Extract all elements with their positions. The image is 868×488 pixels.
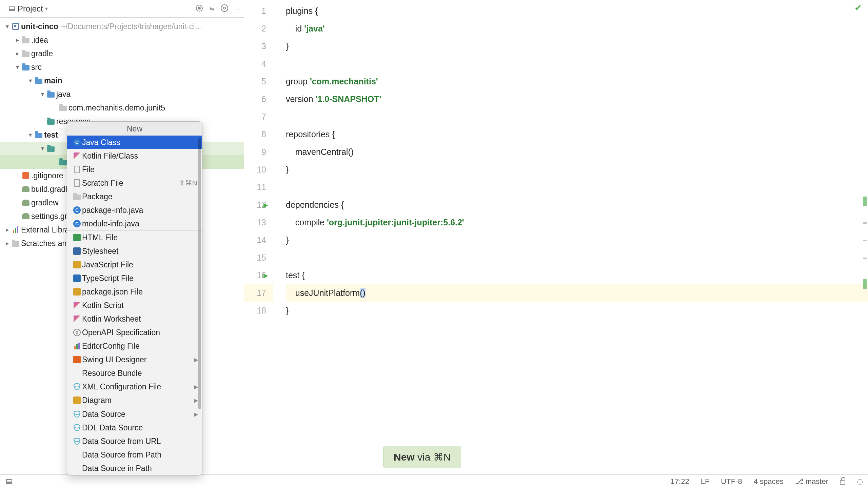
chevron-down-icon[interactable]: ▾ xyxy=(39,90,46,98)
popup-item[interactable]: Data Source from Path xyxy=(67,448,202,462)
tree-item[interactable]: ▾ java xyxy=(0,87,244,101)
item-label: XML Configuration File xyxy=(82,382,197,391)
tree-label: com.mechanitis.demo.junit5 xyxy=(68,103,165,113)
popup-item[interactable]: Kotlin File/Class xyxy=(67,149,202,163)
marker-strip[interactable] xyxy=(863,197,867,305)
status-indent[interactable]: 4 spaces xyxy=(754,477,784,486)
item-icon xyxy=(72,438,82,445)
chevron-down-icon[interactable]: ▾ xyxy=(26,77,34,84)
popup-item[interactable]: File xyxy=(67,163,202,176)
project-panel-title[interactable]: Project xyxy=(18,4,43,14)
project-icon xyxy=(9,6,15,11)
popup-item[interactable]: Cmodule-info.java xyxy=(67,217,202,230)
popup-item[interactable]: OpenAPI Specification xyxy=(67,326,202,339)
chevron-down-icon[interactable]: ▾ xyxy=(45,5,48,12)
chevron-down-icon[interactable]: ▾ xyxy=(3,23,11,30)
tree-root[interactable]: ▾ unit-cinco ~/Documents/Projects/trisha… xyxy=(0,20,244,33)
popup-item[interactable]: JavaScript File xyxy=(67,258,202,271)
popup-item[interactable]: Kotlin Script xyxy=(67,299,202,312)
tool-window-toggle-icon[interactable] xyxy=(6,477,12,486)
item-icon xyxy=(72,316,82,322)
tree-item[interactable]: com.mechanitis.demo.junit5 xyxy=(0,101,244,115)
code-area[interactable]: plugins { id 'java'}group 'com.mechaniti… xyxy=(286,0,868,488)
popup-item[interactable]: Stylesheet xyxy=(67,244,202,258)
popup-item[interactable]: package.json File xyxy=(67,285,202,299)
item-icon: C xyxy=(72,220,82,227)
chevron-down-icon[interactable]: ▾ xyxy=(39,145,46,152)
item-label: Scratch File xyxy=(82,179,179,188)
status-lock-icon[interactable] xyxy=(840,479,845,484)
status-eol[interactable]: LF xyxy=(701,477,710,486)
popup-item[interactable]: Data Source from URL xyxy=(67,434,202,448)
tree-label: test xyxy=(44,130,58,140)
new-file-popup: New CJava ClassKotlin File/ClassFileScra… xyxy=(67,121,202,475)
branch-name: master xyxy=(806,477,828,486)
popup-item[interactable]: Scratch File⇧⌘N xyxy=(67,176,202,190)
popup-item[interactable]: Diagram▶ xyxy=(67,393,202,407)
fold-strip[interactable]: ▶▶ xyxy=(273,0,286,488)
item-icon xyxy=(72,288,82,296)
chevron-down-icon[interactable]: ▾ xyxy=(14,63,21,71)
status-encoding[interactable]: UTF-8 xyxy=(721,477,742,486)
branch-icon: ⎇ xyxy=(795,477,804,486)
folder-icon xyxy=(34,132,43,138)
item-icon xyxy=(72,179,82,187)
libraries-icon xyxy=(11,226,20,233)
popup-item[interactable]: CJava Class xyxy=(67,136,202,149)
popup-item[interactable]: Resource Bundle xyxy=(67,366,202,380)
project-panel-header: Project ▾ ⇆ — xyxy=(0,0,244,18)
popup-item[interactable]: Kotlin Worksheet xyxy=(67,312,202,326)
scratches-icon xyxy=(11,241,20,246)
popup-item[interactable]: Data Source▶ xyxy=(67,407,202,421)
status-bar: 17:22 LF UTF-8 4 spaces ⎇ master ◌ xyxy=(0,474,868,488)
item-icon: C xyxy=(72,206,82,214)
tree-item[interactable]: ▾ main xyxy=(0,74,244,87)
toast-action: New xyxy=(394,451,415,463)
status-time[interactable]: 17:22 xyxy=(671,477,689,486)
chevron-right-icon[interactable]: ▸ xyxy=(14,36,21,44)
popup-item[interactable]: HTML File xyxy=(67,231,202,244)
item-label: EditorConfig File xyxy=(82,342,197,351)
code-editor[interactable]: 123456789101112131415161718 ▶▶ plugins {… xyxy=(244,0,868,488)
item-label: DDL Data Source xyxy=(82,423,197,432)
inspection-ok-icon[interactable]: ✔ xyxy=(854,3,862,13)
status-branch[interactable]: ⎇ master xyxy=(795,477,828,486)
popup-item[interactable]: DDL Data Source xyxy=(67,421,202,434)
hide-icon[interactable]: — xyxy=(235,6,240,12)
popup-item[interactable]: EditorConfig File xyxy=(67,339,202,353)
popup-item[interactable]: Cpackage-info.java xyxy=(67,203,202,217)
chevron-right-icon[interactable]: ▸ xyxy=(3,240,11,247)
popup-scrollbar[interactable] xyxy=(198,138,201,409)
item-icon xyxy=(72,329,82,336)
tree-label: main xyxy=(44,76,62,85)
tree-label: src xyxy=(31,63,42,72)
popup-item[interactable]: Package xyxy=(67,190,202,203)
popup-item[interactable]: XML Configuration File▶ xyxy=(67,380,202,393)
tree-item[interactable]: ▾ src xyxy=(0,60,244,74)
tree-item[interactable]: ▸ .idea xyxy=(0,33,244,47)
folder-icon xyxy=(58,159,68,165)
line-gutter[interactable]: 123456789101112131415161718 xyxy=(244,0,273,488)
select-opened-file-icon[interactable] xyxy=(196,5,203,13)
settings-icon[interactable] xyxy=(221,4,228,13)
tree-item[interactable]: ▸ gradle xyxy=(0,47,244,60)
tree-label: java xyxy=(56,90,71,99)
item-label: Package xyxy=(82,192,197,201)
collapse-icon[interactable]: ⇆ xyxy=(210,5,214,12)
chevron-right-icon[interactable]: ▸ xyxy=(14,50,21,57)
item-shortcut: ⇧⌘N xyxy=(179,179,197,187)
submenu-icon: ▶ xyxy=(194,384,198,390)
status-notifications-icon[interactable]: ◌ xyxy=(857,477,863,486)
popup-item[interactable]: Data Source in Path xyxy=(67,462,202,475)
folder-icon xyxy=(21,37,31,43)
popup-item[interactable]: Swing UI Designer▶ xyxy=(67,353,202,366)
popup-item[interactable]: TypeScript File xyxy=(67,271,202,285)
item-icon xyxy=(72,234,82,241)
chevron-down-icon[interactable]: ▾ xyxy=(26,131,34,139)
tree-label: gradle xyxy=(31,49,53,58)
chevron-right-icon[interactable]: ▸ xyxy=(3,226,11,233)
item-icon xyxy=(72,302,82,309)
gradle-icon xyxy=(21,200,31,206)
item-label: File xyxy=(82,165,197,174)
item-icon xyxy=(72,396,82,404)
